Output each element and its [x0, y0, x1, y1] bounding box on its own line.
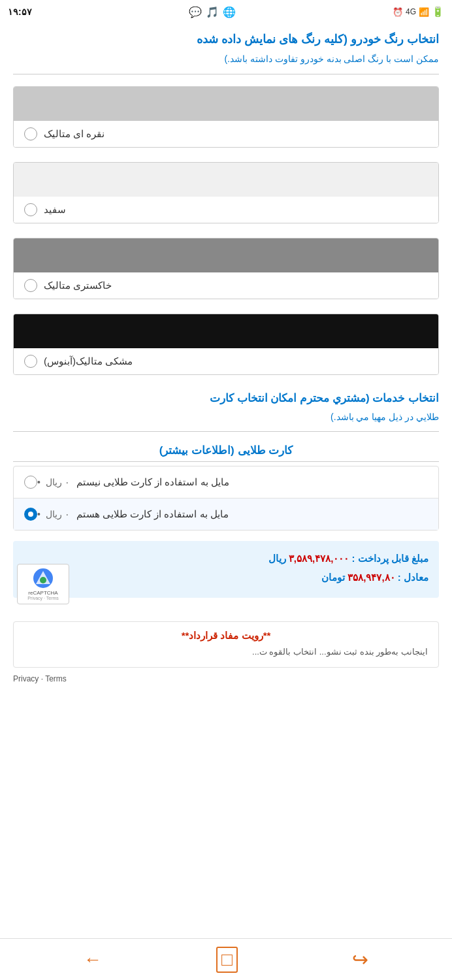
color-swatch-silver	[14, 87, 438, 121]
svg-point-1	[40, 577, 46, 583]
option-row-yes-gold[interactable]: مایل به استفاده از کارت طلایی هستم ۰ ریا…	[14, 498, 438, 530]
status-bar: 🔋 📶 4G ⏰ 🌐 🎵 💬 ۱۹:۵۷	[0, 0, 452, 24]
radio-silver[interactable]	[24, 127, 37, 140]
color-card-gray[interactable]: خاکستری متالیک	[13, 238, 439, 299]
payment-equivalent-currency: تومان	[321, 572, 345, 583]
option-label-no-gold: مایل به استفاده از کارت طلایی نیستم	[76, 476, 229, 488]
page-title: انتخاب رنگ خودرو (کلیه رنگ های نمایش داد…	[13, 30, 439, 49]
payment-equivalent-label: معادل :	[398, 572, 428, 583]
option-row-no-gold[interactable]: مایل به استفاده از کارت طلایی نیستم ۰ ری…	[14, 466, 438, 498]
color-label-black: مشکی متالیک(آبنوس)	[44, 355, 133, 367]
color-label-row-gray: خاکستری متالیک	[14, 272, 438, 299]
option-currency-no-gold: •	[37, 477, 40, 487]
privacy-terms-text[interactable]: Privacy · Terms	[13, 674, 67, 683]
main-content: انتخاب رنگ خودرو (کلیه رنگ های نمایش داد…	[0, 24, 452, 749]
battery-icon: 🔋	[432, 6, 444, 18]
status-icons: 🌐 🎵 💬	[189, 6, 236, 18]
status-left: 🔋 📶 4G ⏰	[393, 6, 444, 18]
payment-equivalent-line: معادل : ۳۵۸,۹۴۷,۸۰ تومان	[24, 569, 428, 586]
chat-icon: 💬	[189, 6, 202, 18]
payment-currency: ریال	[268, 553, 286, 564]
color-label-row-silver: نقره ای متالیک	[14, 121, 438, 147]
gold-card-divider	[13, 461, 439, 462]
radio-white[interactable]	[24, 203, 37, 216]
alarm-icon: ⏰	[393, 7, 403, 17]
radio-gray[interactable]	[24, 279, 37, 292]
gold-card-options: مایل به استفاده از کارت طلایی نیستم ۰ ری…	[13, 466, 439, 531]
payment-label: مبلغ قابل پرداخت :	[352, 553, 429, 564]
color-card-black[interactable]: مشکی متالیک(آبنوس)	[13, 314, 439, 375]
header-divider	[13, 74, 439, 74]
contract-section: **رویت مفاد قرارداد** اینجانب به‌طور بند…	[13, 621, 439, 668]
color-label-row-white: سفید	[14, 197, 438, 223]
radio-black[interactable]	[24, 355, 37, 368]
services-title: انتخاب خدمات (مشتري محترم امکان انتخاب ک…	[13, 389, 439, 407]
page-subtitle: ممکن است با رنگ اصلی بدنه خودرو تفاوت دا…	[13, 52, 439, 66]
radio-yes-gold[interactable]	[24, 508, 37, 521]
contract-title: **رویت مفاد قرارداد**	[24, 630, 428, 642]
option-suffix-no-gold: ۰ ریال	[46, 477, 70, 487]
time-display: ۱۹:۵۷	[8, 7, 32, 17]
privacy-terms[interactable]: Privacy · Terms	[13, 674, 439, 683]
payment-amount-line: مبلغ قابل پرداخت : ۳,۵۸۹,۴۷۸,۰۰۰ ریال	[24, 550, 428, 567]
gold-card-name: کارت طلایی	[238, 444, 293, 457]
network-label: 4G	[406, 7, 416, 16]
recaptcha-sublabel: Privacy · Terms	[27, 596, 59, 600]
option-currency-yes-gold: •	[37, 509, 40, 519]
color-swatch-black	[14, 314, 438, 348]
color-swatch-white	[14, 163, 438, 197]
contract-text: اینجانب به‌طور بنده ثبت نشو... انتخاب با…	[24, 645, 428, 659]
payment-amount-value: ۳,۵۸۹,۴۷۸,۰۰۰	[289, 553, 349, 564]
bottom-nav: ↩ □ ←	[0, 938, 452, 980]
nav-home-button[interactable]: □	[216, 947, 238, 973]
option-suffix-yes-gold: ۰ ریال	[46, 509, 70, 519]
gold-card-title: کارت طلایی (اطلاعات بیشتر)	[13, 444, 439, 457]
radio-no-gold[interactable]	[24, 476, 37, 489]
nav-back-button[interactable]: ←	[84, 949, 102, 970]
signal-icon: 📶	[419, 7, 429, 17]
payment-box: مبلغ قابل پرداخت : ۳,۵۸۹,۴۷۸,۰۰۰ ریال مع…	[13, 541, 439, 598]
color-label-row-black: مشکی متالیک(آبنوس)	[14, 348, 438, 374]
color-swatch-gray	[14, 238, 438, 272]
color-label-silver: نقره ای متالیک	[44, 128, 105, 140]
services-divider	[13, 431, 439, 432]
payment-equivalent-amount: ۳۵۸,۹۴۷,۸۰	[347, 572, 395, 583]
globe-icon: 🌐	[223, 6, 236, 18]
recaptcha-logo	[33, 568, 54, 589]
services-subtitle: طلايي در ذيل مهيا مي باشد.)	[13, 410, 439, 424]
nav-recent-button[interactable]: ↩	[352, 948, 368, 971]
gold-card-link[interactable]: (اطلاعات بیشتر)	[159, 444, 234, 457]
option-label-yes-gold: مایل به استفاده از کارت طلایی هستم	[76, 508, 229, 520]
media-icon: 🎵	[206, 6, 219, 18]
color-label-gray: خاکستری متالیک	[44, 280, 112, 291]
recaptcha-label: reCAPTCHA	[28, 590, 57, 596]
recaptcha-badge: reCAPTCHA Privacy · Terms	[17, 564, 69, 604]
color-label-white: سفید	[44, 204, 66, 216]
color-card-silver[interactable]: نقره ای متالیک	[13, 86, 439, 148]
color-card-white[interactable]: سفید	[13, 162, 439, 223]
